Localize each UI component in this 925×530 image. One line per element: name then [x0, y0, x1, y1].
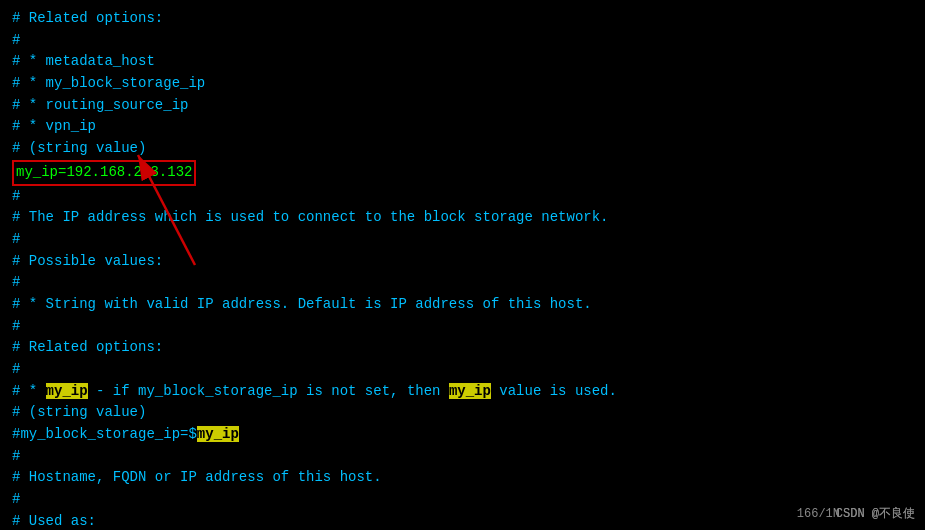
- terminal: # Related options: # # * metadata_host #…: [0, 0, 925, 530]
- highlight-my-ip-3: my_ip: [197, 426, 239, 442]
- line-13: #: [12, 272, 913, 294]
- line-21: #: [12, 446, 913, 468]
- line-11: #: [12, 229, 913, 251]
- watermark-text: CSDN @不良使: [836, 505, 915, 524]
- line-22: # Hostname, FQDN or IP address of this h…: [12, 467, 913, 489]
- line-4: # * my_block_storage_ip: [12, 73, 913, 95]
- line-17: #: [12, 359, 913, 381]
- line-14: # * String with valid IP address. Defaul…: [12, 294, 913, 316]
- line-16: # Related options:: [12, 337, 913, 359]
- line-19: # (string value): [12, 402, 913, 424]
- highlight-my-ip-1: my_ip: [46, 383, 88, 399]
- active-setting: my_ip=192.168.253.132: [12, 160, 196, 186]
- line-6: # * vpn_ip: [12, 116, 913, 138]
- line-8: my_ip=192.168.253.132: [12, 160, 913, 186]
- line-2: #: [12, 30, 913, 52]
- line-7: # (string value): [12, 138, 913, 160]
- line-3: # * metadata_host: [12, 51, 913, 73]
- line-9: #: [12, 186, 913, 208]
- highlight-my-ip-2: my_ip: [449, 383, 491, 399]
- line-23: #: [12, 489, 913, 511]
- line-10: # The IP address which is used to connec…: [12, 207, 913, 229]
- line-15: #: [12, 316, 913, 338]
- line-20: #my_block_storage_ip=$my_ip: [12, 424, 913, 446]
- line-5: # * routing_source_ip: [12, 95, 913, 117]
- line-18: # * my_ip - if my_block_storage_ip is no…: [12, 381, 913, 403]
- page-info: 166/1N: [797, 505, 840, 524]
- line-12: # Possible values:: [12, 251, 913, 273]
- line-1: # Related options:: [12, 8, 913, 30]
- line-24: # Used as:: [12, 511, 913, 530]
